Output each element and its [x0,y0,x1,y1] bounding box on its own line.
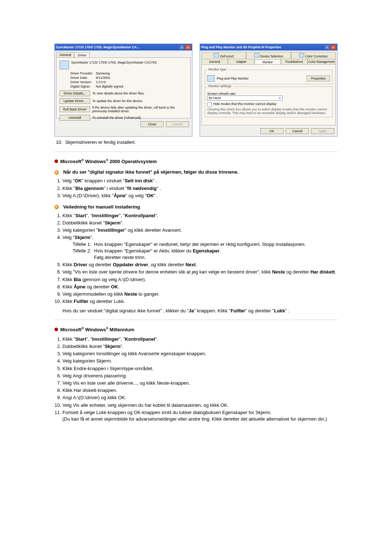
cancel-button-1[interactable]: Cancel [166,121,189,127]
nvidia-icon [254,53,259,57]
tab-adapter[interactable]: Adapter [228,59,254,64]
list-item: Velg skjermmodellen og klikk Neste to ga… [62,291,338,297]
list-item: Klikk Bla gjennom og velg A:\(D:\driver)… [62,276,338,283]
titlebar-2: Plug and Play Monitor and 3D Prophet III… [200,44,337,50]
tab-driver[interactable]: Driver [74,52,90,58]
close-button-1[interactable]: Close [140,121,164,127]
cancel-button-2[interactable]: Cancel [286,128,309,134]
list-item: Velg Vis en liste over alle driverne...,… [62,380,338,386]
bullet-icon [54,328,58,331]
chevron-down-icon: ▼ [278,97,281,100]
uninstall-button[interactable]: Uninstall [60,115,90,121]
help-icon[interactable]: ? [179,45,185,50]
list-item: Velg kategorien Skjerm. [62,358,338,364]
case1-label: Tilfelle 1: [73,241,93,248]
me-note: (Du kan få et annet skjermbilde for adva… [62,416,338,422]
hide-modes-note: Clearing this check box allows you to se… [207,108,330,115]
title-text-1: SyncMaster 171S/ 175S/ 170S, MagicSyncMa… [56,45,139,49]
finish-note: Hvis du ser vinduet "digital signatur ik… [62,308,338,314]
list-item: Klikk Åpne og deretter OK. [62,284,338,290]
hide-modes-checkbox[interactable]: Hide modes that this monitor cannot disp… [207,102,330,107]
provider-label: Driver Provider: [70,72,96,75]
manual-title: Veiledning for manuell installering [63,204,140,210]
list-item: Klikk "Bla gjennom" i vinduet "fil nødve… [62,185,338,192]
list-item: Velg Angi driverens plassering. [62,373,338,379]
close-icon[interactable]: × [185,45,191,50]
list-item: Klikk Har diskett-knappen. [62,387,338,394]
list-item: Fortsett å velge Lukk-knappen og OK-knap… [62,409,338,422]
gear-icon [54,204,61,209]
checkbox-icon [207,102,212,107]
gear-icon [54,170,61,175]
list-item: Klikk Driver og deretter Oppdater driver… [62,262,338,268]
nvidia-icon [299,53,304,57]
list-item: Klikk "Start", "Innstillinger", "Kontrol… [62,212,338,219]
details-desc: To view details about the driver files. [92,92,187,95]
list-item: Velg "OK" knappen i vinduet "Sett inn di… [62,178,338,184]
list-item: Klikk Endre-knappen i Skjermtype-området… [62,365,338,372]
ok-button-2[interactable]: OK [260,128,283,134]
driver-details-button[interactable]: Driver Details... [60,90,90,96]
rollback-desc: If the device fails after updating the d… [92,106,187,113]
monitor-icon [60,61,69,69]
refresh-label: Screen refresh rate: [207,92,330,96]
document-page: SyncMaster 171S/ 175S/ 170S, MagicSyncMa… [40,0,352,448]
winme-heading: Microsoft® Windows® Millennium [54,327,338,332]
step10-text: Skjermdriveren er ferdig installert. [65,139,136,145]
tab-color-management[interactable]: Color Management [307,59,336,64]
monitor-icon-2 [207,75,215,82]
list-item: Velg "Skjerm". Tilfelle 1:Hvis knappen "… [62,234,338,261]
manual-heading: Veiledning for manuell installering [54,204,338,210]
date-value: 9/11/2001 [96,76,110,80]
sig-steps: Velg "OK" knappen i vinduet "Sett inn di… [62,178,338,199]
titlebar-1: SyncMaster 171S/ 175S/ 170S, MagicSyncMa… [55,44,192,50]
bullet-icon [54,159,58,163]
tab-general-1[interactable]: General [56,52,74,57]
version-label: Driver Version: [70,80,96,84]
version-value: 1.0.0.0 [96,80,106,84]
update-desc: To update the driver for this device. [92,99,187,103]
manual-steps-me: Klikk "Start", "Innstillinger", "Kontrol… [62,336,338,422]
uninstall-desc: To uninstall the driver (Advanced). [92,116,187,119]
list-item: Velg kategorien "Innstillinger" og klikk… [62,227,338,234]
date-label: Driver Date: [70,76,96,80]
monitor-type-group: Monitor type Plug and Play Monitor Prope… [205,70,332,84]
winme-title: Microsoft® Windows® Millennium [60,327,134,332]
signer-label: Digital Signer: [70,85,96,88]
provider-value: Samsung [96,72,110,75]
rollback-driver-button[interactable]: Roll Back Driver [60,106,90,112]
hide-modes-label: Hide modes that this monitor cannot disp… [213,102,277,106]
sig-title: Når du ser "digital signatur ikke funnet… [63,169,238,175]
tab-monitor[interactable]: Monitor [254,59,281,65]
signer-value: Not digitally signed [96,85,123,88]
help-icon-2[interactable]: ? [324,45,330,50]
divider [54,151,338,152]
list-item: Dobbeltklikk ikonet "Skjerm". [62,343,338,350]
sig-heading: Når du ser "digital signatur ikke funnet… [54,169,338,175]
list-item: Velg Vis alle enheter, velg skjermen du … [62,402,338,409]
refresh-value: 60 Hertz [209,96,221,100]
device-name: SyncMaster 171S/ 175S/ 170S, MagicSyncMa… [71,61,187,69]
step-10: 10. Skjermdriveren er ferdig installert. [54,139,338,145]
tab-color-correction[interactable]: Color Correction [291,52,336,59]
close-icon-2[interactable]: × [330,45,336,50]
win2000-heading: Microsoft® Windows® 2000 Operativsystem [54,158,338,164]
title-text-2: Plug and Play Monitor and 3D Prophet III… [201,45,281,49]
driver-panel: SyncMaster 171S/ 175S/ 170S, MagicSyncMa… [56,57,191,118]
tab-geforce3[interactable]: GeForce3 [201,52,246,59]
apply-button-2[interactable]: Apply [311,128,334,134]
list-item: Klikk Fullfør og deretter Lukk. Hvis du … [62,298,338,314]
tabs-2: GeForce3 Device Selection Color Correcti… [201,52,336,64]
tab-device-selection[interactable]: Device Selection [246,52,291,59]
divider [54,320,338,320]
monitor-settings-group: Monitor settings Screen refresh rate: 60… [205,86,332,117]
list-item: Angi A:\(D:\driver) og klikk OK. [62,394,338,401]
monitor-name: Plug and Play Monitor [217,77,305,80]
monitor-panel: Monitor type Plug and Play Monitor Prope… [201,64,336,125]
tab-troubleshoot[interactable]: Troubleshoot [281,59,307,64]
refresh-select[interactable]: 60 Hertz ▼ [207,96,283,101]
list-item: Dobbeltklikk ikonet "Skjerm". [62,220,338,226]
properties-button[interactable]: Properties [307,76,330,81]
update-driver-button[interactable]: Update Driver... [60,98,90,104]
tab-general-2[interactable]: General [201,59,228,64]
